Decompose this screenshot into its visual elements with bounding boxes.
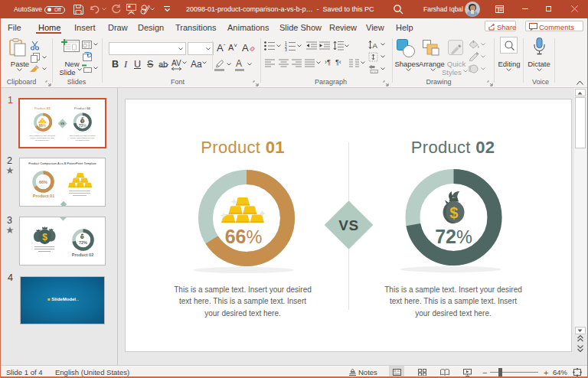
svg-text:$: $	[42, 232, 47, 243]
svg-text:A: A	[373, 41, 378, 50]
svg-text:$: $	[81, 236, 83, 239]
svg-text:72%: 72%	[79, 240, 87, 245]
svg-text:3: 3	[285, 47, 287, 51]
svg-text:66%: 66%	[39, 180, 47, 184]
